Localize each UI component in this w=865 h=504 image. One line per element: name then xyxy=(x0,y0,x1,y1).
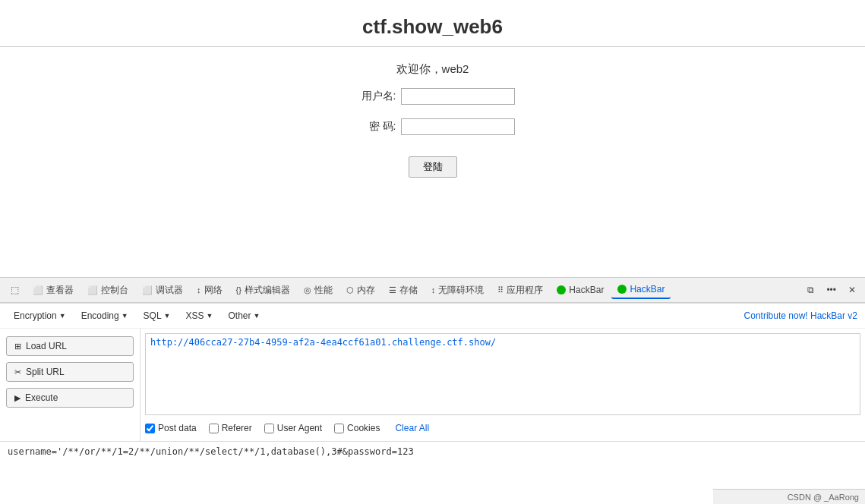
cookies-label: Cookies xyxy=(347,423,380,433)
devtools-inspect-icon[interactable]: ⬚ xyxy=(5,282,25,298)
debugger-icon: ⬜ xyxy=(142,285,153,295)
divider-top xyxy=(0,46,865,47)
xss-menu[interactable]: XSS ▼ xyxy=(180,308,219,323)
more-options-icon[interactable]: ••• xyxy=(822,282,841,298)
tab-hackbar-2[interactable]: HackBar xyxy=(611,281,671,299)
referer-checkbox[interactable] xyxy=(209,424,219,433)
inspect-icon: ⬚ xyxy=(11,285,19,295)
hackbar-right-panel: Post data Referer User Agent Cookies Cle… xyxy=(140,329,865,441)
tab-hackbar1-label: HackBar xyxy=(569,285,604,295)
execute-icon: ▶ xyxy=(14,393,21,403)
tab-accessibility-label: 无障碍环境 xyxy=(438,284,484,297)
post-data-label: Post data xyxy=(158,423,197,433)
accessibility-icon: ↕ xyxy=(431,285,436,295)
tab-application[interactable]: ⠿ 应用程序 xyxy=(491,281,549,300)
username-input[interactable] xyxy=(401,88,515,105)
welcome-text: 欢迎你，web2 xyxy=(396,62,469,77)
hackbar-checkboxes: Post data Referer User Agent Cookies Cle… xyxy=(145,420,860,436)
cookies-checkbox-item[interactable]: Cookies xyxy=(334,423,380,433)
tab-network-label: 网络 xyxy=(204,284,223,297)
close-devtools-icon[interactable]: ✕ xyxy=(844,282,860,298)
xss-label: XSS xyxy=(186,310,204,321)
console-icon: ⬜ xyxy=(87,285,98,295)
encoding-menu[interactable]: Encoding ▼ xyxy=(75,308,134,323)
referer-label: Referer xyxy=(222,423,252,433)
other-arrow-icon: ▼ xyxy=(253,312,260,320)
tab-memory-label: 内存 xyxy=(357,284,375,297)
split-url-label: Split URL xyxy=(26,367,65,377)
tab-viewer-label: 查看器 xyxy=(46,284,74,297)
split-url-icon: ✂ xyxy=(14,367,21,377)
tab-debugger-label: 调试器 xyxy=(156,284,183,297)
tab-console-label: 控制台 xyxy=(101,284,128,297)
tab-viewer[interactable]: ⬜ 查看器 xyxy=(27,281,80,300)
url-textarea[interactable] xyxy=(145,333,860,415)
main-content: ctf.show_web6 欢迎你，web2 用户名: 密 码: 登陆 xyxy=(0,0,865,277)
password-row: 密 码: xyxy=(351,118,515,135)
tab-hackbar-1[interactable]: HackBar xyxy=(551,282,610,298)
other-menu[interactable]: Other ▼ xyxy=(222,308,266,323)
contribute-link[interactable]: Contribute now! HackBar v2 xyxy=(744,310,857,321)
hackbar-panel: Encryption ▼ Encoding ▼ SQL ▼ XSS ▼ Othe… xyxy=(0,303,865,491)
post-data-area xyxy=(0,441,865,491)
hackbar1-dot-icon xyxy=(557,285,566,295)
split-url-button[interactable]: ✂ Split URL xyxy=(6,362,134,382)
tab-accessibility[interactable]: ↕ 无障碍环境 xyxy=(425,281,491,300)
tab-network[interactable]: ↕ 网络 xyxy=(191,281,229,300)
encryption-menu[interactable]: Encryption ▼ xyxy=(8,308,72,323)
xss-arrow-icon: ▼ xyxy=(207,312,213,320)
status-text: CSDN @ _AaRong xyxy=(788,493,859,502)
tab-memory[interactable]: ⬡ 内存 xyxy=(340,281,381,300)
tab-hackbar2-label: HackBar xyxy=(630,284,665,295)
clear-all-button[interactable]: Clear All xyxy=(395,423,429,433)
execute-label: Execute xyxy=(25,392,58,403)
devtools-right-controls: ⧉ ••• ✕ xyxy=(803,282,860,298)
tab-performance[interactable]: ◎ 性能 xyxy=(298,281,339,300)
tab-storage[interactable]: ☰ 存储 xyxy=(383,281,424,300)
style-icon: {} xyxy=(236,285,242,295)
execute-button[interactable]: ▶ Execute xyxy=(6,388,134,408)
encoding-label: Encoding xyxy=(81,310,119,321)
split-screen-icon[interactable]: ⧉ xyxy=(803,282,819,298)
password-label: 密 码: xyxy=(351,120,396,134)
encoding-arrow-icon: ▼ xyxy=(122,312,128,320)
load-url-label: Load URL xyxy=(26,341,67,351)
hackbar-left-panel: ⊞ Load URL ✂ Split URL ▶ Execute xyxy=(0,329,140,441)
tab-debugger[interactable]: ⬜ 调试器 xyxy=(136,281,189,300)
memory-icon: ⬡ xyxy=(346,285,354,295)
sql-menu[interactable]: SQL ▼ xyxy=(137,308,177,323)
application-icon: ⠿ xyxy=(497,285,504,295)
load-url-button[interactable]: ⊞ Load URL xyxy=(6,336,134,356)
page-title: ctf.show_web6 xyxy=(362,15,503,39)
load-url-icon: ⊞ xyxy=(14,342,21,351)
post-data-checkbox[interactable] xyxy=(145,424,155,433)
network-icon: ↕ xyxy=(197,285,201,295)
sql-label: SQL xyxy=(144,310,162,321)
status-bar: CSDN @ _AaRong xyxy=(713,489,865,504)
user-agent-label: User Agent xyxy=(277,423,322,433)
tab-application-label: 应用程序 xyxy=(507,284,543,297)
performance-icon: ◎ xyxy=(304,285,311,295)
tab-style-editor[interactable]: {} 样式编辑器 xyxy=(230,281,296,300)
viewer-icon: ⬜ xyxy=(33,285,43,295)
username-row: 用户名: xyxy=(351,88,515,105)
cookies-checkbox[interactable] xyxy=(334,424,344,433)
referer-checkbox-item[interactable]: Referer xyxy=(209,423,252,433)
tab-style-label: 样式编辑器 xyxy=(245,284,290,297)
hackbar-main: ⊞ Load URL ✂ Split URL ▶ Execute Post da… xyxy=(0,329,865,441)
user-agent-checkbox-item[interactable]: User Agent xyxy=(264,423,322,433)
post-data-textarea[interactable] xyxy=(8,446,857,484)
hackbar2-dot-icon xyxy=(617,285,627,294)
encryption-arrow-icon: ▼ xyxy=(59,312,66,320)
post-data-checkbox-item[interactable]: Post data xyxy=(145,423,197,433)
user-agent-checkbox[interactable] xyxy=(264,424,274,433)
encryption-label: Encryption xyxy=(14,310,57,321)
tab-performance-label: 性能 xyxy=(314,284,333,297)
devtools-bar: ⬚ ⬜ 查看器 ⬜ 控制台 ⬜ 调试器 ↕ 网络 {} 样式编辑器 ◎ 性能 ⬡… xyxy=(0,277,865,303)
username-label: 用户名: xyxy=(351,90,396,103)
tab-storage-label: 存储 xyxy=(399,284,418,297)
login-button[interactable]: 登陆 xyxy=(409,156,457,178)
tab-console[interactable]: ⬜ 控制台 xyxy=(81,281,134,300)
password-input[interactable] xyxy=(401,118,515,135)
storage-icon: ☰ xyxy=(389,285,396,295)
